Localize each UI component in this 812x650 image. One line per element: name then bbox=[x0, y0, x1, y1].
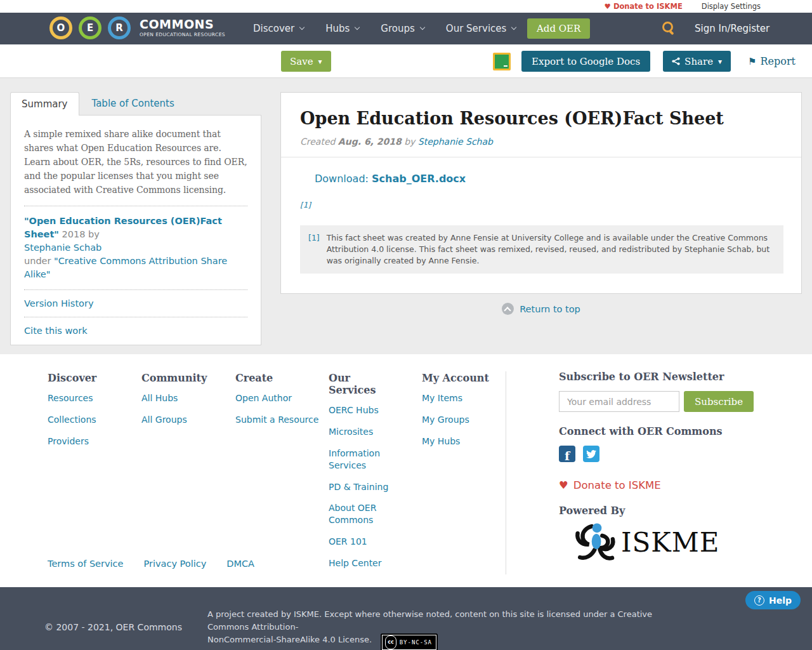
twitter-icon[interactable] bbox=[583, 446, 599, 462]
footer-link-microsites[interactable]: Microsites bbox=[329, 426, 400, 438]
footer-heading: Community bbox=[141, 372, 227, 384]
logo-ring-r: R bbox=[108, 17, 131, 39]
connect-heading: Connect with OER Commons bbox=[559, 425, 768, 437]
version-history-link[interactable]: Version History bbox=[24, 298, 247, 308]
arrow-up-circle-icon bbox=[502, 303, 514, 315]
cite-this-work-link[interactable]: Cite this work bbox=[24, 326, 247, 336]
cc-by-nc-sa-badge[interactable]: ccBY-NC-SA bbox=[381, 633, 438, 650]
divider bbox=[24, 317, 247, 317]
donate-to-iskme-footer-link[interactable]: Donate to ISKME bbox=[559, 479, 661, 491]
legal-links: Terms of Service Privacy Policy DMCA bbox=[48, 559, 254, 569]
return-to-top-wrap: Return to top bbox=[280, 303, 802, 317]
google-classroom-icon[interactable] bbox=[493, 53, 511, 70]
nav-item-discover[interactable]: Discover bbox=[253, 23, 304, 34]
save-button[interactable]: Save bbox=[281, 51, 331, 72]
sign-in-register-link[interactable]: Sign In/Register bbox=[695, 13, 769, 44]
iskme-figure-icon bbox=[574, 521, 620, 564]
newsletter-form: Subscribe bbox=[559, 391, 768, 412]
chevron-down-icon bbox=[355, 25, 360, 30]
footnote-text: This fact sheet was created by Anne Fens… bbox=[327, 232, 775, 267]
footer-link-my-items[interactable]: My Items bbox=[422, 392, 508, 404]
export-to-google-docs-button[interactable]: Export to Google Docs bbox=[521, 51, 650, 72]
help-button[interactable]: ?Help bbox=[745, 591, 801, 609]
email-input[interactable] bbox=[559, 391, 679, 412]
content-area: Summary Table of Contents A simple remix… bbox=[0, 78, 812, 354]
flag-icon bbox=[748, 55, 760, 67]
nav-item-groups[interactable]: Groups bbox=[381, 23, 424, 34]
footnote-reference-link[interactable]: [1] bbox=[300, 201, 311, 209]
footer-link-open-author[interactable]: Open Author bbox=[235, 392, 321, 404]
resource-body: Download: Schab_OER.docx [1] [1] This fa… bbox=[281, 157, 801, 290]
add-oer-button[interactable]: Add OER bbox=[527, 18, 590, 39]
terms-of-service-link[interactable]: Terms of Service bbox=[48, 559, 123, 569]
sidebar-tabs: Summary Table of Contents bbox=[10, 92, 261, 116]
resource-sidebar: Summary Table of Contents A simple remix… bbox=[10, 92, 261, 345]
footer-link-providers[interactable]: Providers bbox=[48, 435, 133, 448]
footer-heading: Discover bbox=[48, 372, 133, 384]
top-utility-bar: Donate to ISKME Display Settings bbox=[0, 0, 812, 13]
share-icon bbox=[672, 57, 680, 65]
footer-heading: Create bbox=[235, 372, 321, 384]
footer-link-collections[interactable]: Collections bbox=[48, 414, 133, 426]
newsletter-heading: Subscribe to OER Newsletter bbox=[559, 371, 768, 383]
footer-link-my-hubs[interactable]: My Hubs bbox=[422, 435, 508, 448]
nav-item-hubs[interactable]: Hubs bbox=[325, 23, 359, 34]
footnote-marker: [1] bbox=[308, 232, 320, 267]
nav-item-our-services[interactable]: Our Services bbox=[446, 23, 516, 34]
privacy-policy-link[interactable]: Privacy Policy bbox=[143, 559, 206, 569]
report-link[interactable]: Report bbox=[748, 55, 796, 67]
iskme-wordmark: ISKME bbox=[621, 527, 719, 558]
heart-icon bbox=[559, 479, 573, 491]
donate-to-iskme-link[interactable]: Donate to ISKME bbox=[605, 2, 683, 11]
download-file-link[interactable]: Schab_OER.docx bbox=[372, 173, 466, 185]
cc-icon: cc bbox=[385, 635, 396, 649]
tab-summary[interactable]: Summary bbox=[10, 92, 79, 116]
license-statement: A project created by ISKME. Except where… bbox=[207, 608, 690, 650]
logo-ring-e: E bbox=[79, 17, 102, 39]
attribution-title-link[interactable]: "Open Education Resources (OER)Fact Shee… bbox=[24, 216, 222, 239]
logo-wordmark: COMMONS OPEN EDUCATIONAL RESOURCES bbox=[140, 18, 225, 37]
display-settings-link[interactable]: Display Settings bbox=[702, 2, 761, 11]
subscribe-button[interactable]: Subscribe bbox=[684, 391, 754, 412]
iskme-logo[interactable]: ISKME bbox=[574, 521, 768, 564]
divider bbox=[24, 206, 247, 206]
facebook-icon[interactable]: f bbox=[559, 446, 575, 462]
footer-link-my-groups[interactable]: My Groups bbox=[422, 414, 508, 426]
chevron-down-icon bbox=[420, 25, 425, 30]
download-line: Download: Schab_OER.docx bbox=[315, 173, 783, 185]
footer-link-oerc-hubs[interactable]: OERC Hubs bbox=[329, 404, 400, 416]
footer-link-pd-training[interactable]: PD & Training bbox=[329, 481, 400, 493]
oer-commons-logo[interactable]: O E R COMMONS OPEN EDUCATIONAL RESOURCES bbox=[49, 17, 225, 39]
return-to-top-link[interactable]: Return to top bbox=[502, 303, 580, 315]
footer-link-resources[interactable]: Resources bbox=[48, 392, 133, 404]
created-line: Created Aug. 6, 2018 by Stephanie Schab bbox=[300, 136, 782, 147]
footer-link-submit-a-resource[interactable]: Submit a Resource bbox=[235, 414, 321, 426]
footer-link-oer-101[interactable]: OER 101 bbox=[329, 536, 400, 548]
summary-text: A simple remixed share alike document th… bbox=[24, 127, 247, 197]
search-button[interactable] bbox=[662, 21, 678, 37]
share-button[interactable]: Share bbox=[663, 51, 731, 72]
action-bar-right-group: Export to Google Docs Share Report bbox=[493, 51, 796, 72]
powered-by-heading: Powered By bbox=[559, 505, 768, 517]
attribution-year: 2018 by bbox=[62, 229, 100, 239]
footer-link-all-groups[interactable]: All Groups bbox=[141, 414, 227, 426]
tab-table-of-contents[interactable]: Table of Contents bbox=[92, 92, 174, 116]
footer-link-help-center[interactable]: Help Center bbox=[329, 557, 400, 569]
bottom-bar: © 2007 - 2021, OER Commons A project cre… bbox=[0, 587, 812, 650]
chevron-down-icon bbox=[511, 25, 516, 30]
footer-column-our-services: Our Services OERC Hubs Microsites Inform… bbox=[329, 372, 400, 579]
footer-link-information-services[interactable]: Information Services bbox=[329, 448, 400, 472]
attribution-license-link[interactable]: "Creative Commons Attribution Share Alik… bbox=[24, 256, 227, 279]
footnote-box: [1] This fact sheet was created by Anne … bbox=[300, 225, 783, 274]
footer-link-about-oer-commons[interactable]: About OER Commons bbox=[329, 502, 400, 526]
attribution-author-link[interactable]: Stephanie Schab bbox=[24, 242, 102, 253]
footer-newsletter-section: Subscribe to OER Newsletter Subscribe Co… bbox=[559, 371, 768, 564]
dmca-link[interactable]: DMCA bbox=[226, 559, 254, 569]
created-author-link[interactable]: Stephanie Schab bbox=[418, 136, 493, 147]
question-mark-icon: ? bbox=[754, 595, 764, 606]
footer-link-all-hubs[interactable]: All Hubs bbox=[141, 392, 227, 404]
copyright-text: © 2007 - 2021, OER Commons bbox=[44, 622, 182, 632]
nav-menu: Discover Hubs Groups Our Services bbox=[253, 13, 516, 44]
divider bbox=[24, 289, 247, 290]
resource-main-card: Open Education Resources (OER)Fact Sheet… bbox=[280, 92, 802, 294]
